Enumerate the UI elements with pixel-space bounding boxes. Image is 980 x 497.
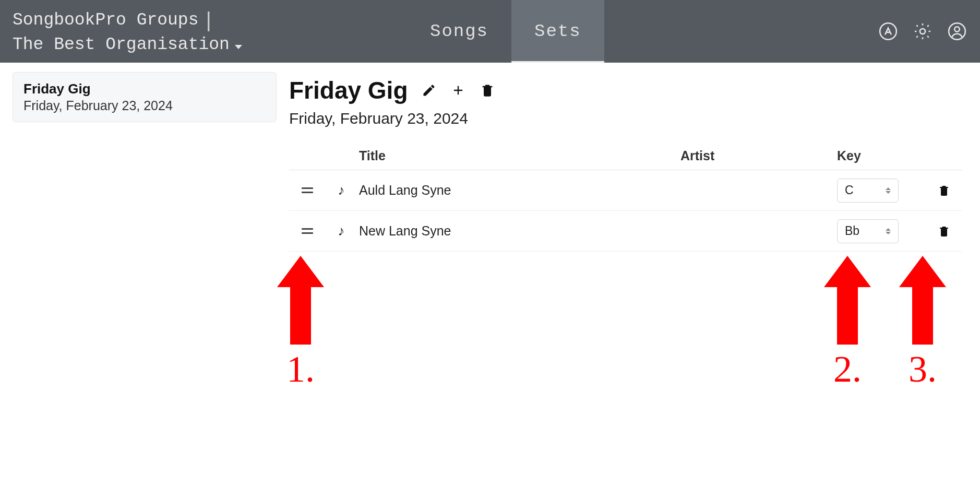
org-name: The Best Organisation (13, 35, 230, 54)
song-title: New Lang Syne (357, 223, 680, 239)
chevron-down-icon (235, 45, 242, 49)
key-value: C (845, 183, 854, 197)
set-date: Friday, February 23, 2024 (289, 110, 962, 127)
drag-handle-icon[interactable] (289, 228, 326, 234)
tab-songs[interactable]: Songs (407, 0, 511, 63)
gear-icon[interactable] (912, 21, 933, 42)
body: Friday Gig Friday, February 23, 2024 Fri… (0, 63, 980, 497)
music-note-icon: ♪ (326, 223, 357, 239)
delete-set-icon[interactable] (480, 82, 495, 98)
app-title-row: SongbookPro Groups | (13, 8, 259, 32)
table-row: ♪ New Lang Syne Bb (289, 211, 962, 252)
annotation-arrow-2: 2. (821, 256, 874, 391)
org-selector[interactable]: The Best Organisation (13, 35, 259, 54)
tab-sets[interactable]: Sets (511, 0, 604, 63)
nav-tabs: Songs Sets (407, 0, 604, 63)
annotation-label-2: 2. (833, 348, 862, 391)
key-value: Bb (845, 224, 859, 238)
delete-song-icon[interactable] (926, 184, 962, 197)
table-header: Title Artist Key (289, 148, 962, 170)
sidebar-set-title: Friday Gig (23, 81, 266, 97)
set-title: Friday Gig (289, 76, 408, 104)
svg-point-3 (954, 27, 960, 31)
app-title: SongbookPro Groups (13, 10, 198, 30)
annotation-label-3: 3. (909, 348, 937, 391)
drag-handle-icon[interactable] (289, 187, 326, 193)
add-icon[interactable] (450, 82, 466, 98)
col-key: Key (837, 148, 926, 163)
select-caret-icon (886, 187, 891, 194)
annotation-label-1: 1. (286, 348, 315, 391)
svg-point-0 (880, 23, 897, 40)
main: Friday Gig Friday, February 23, 2024 Tit… (289, 63, 980, 497)
header-icons (878, 0, 967, 63)
delete-song-icon[interactable] (926, 225, 962, 238)
key-select[interactable]: C (837, 179, 899, 203)
title-divider: | (206, 8, 211, 32)
sidebar-set-card[interactable]: Friday Gig Friday, February 23, 2024 (13, 72, 277, 122)
app-header: SongbookPro Groups | The Best Organisati… (0, 0, 980, 63)
svg-point-1 (920, 29, 925, 34)
table-row: ♪ Auld Lang Syne C (289, 170, 962, 211)
profile-icon[interactable] (947, 21, 967, 42)
edit-icon[interactable] (421, 82, 437, 98)
select-caret-icon (886, 228, 891, 234)
set-heading-row: Friday Gig (289, 76, 962, 104)
sidebar: Friday Gig Friday, February 23, 2024 (0, 63, 289, 497)
annotation-arrow-3: 3. (897, 256, 949, 391)
key-select[interactable]: Bb (837, 219, 899, 243)
songs-table: Title Artist Key ♪ Auld Lang Syne C (289, 148, 962, 252)
header-left: SongbookPro Groups | The Best Organisati… (0, 0, 271, 63)
admin-icon[interactable] (878, 21, 899, 42)
song-title: Auld Lang Syne (357, 183, 680, 198)
col-artist: Artist (680, 148, 837, 163)
music-note-icon: ♪ (326, 182, 357, 198)
sidebar-set-date: Friday, February 23, 2024 (23, 98, 266, 113)
col-title: Title (357, 148, 680, 163)
